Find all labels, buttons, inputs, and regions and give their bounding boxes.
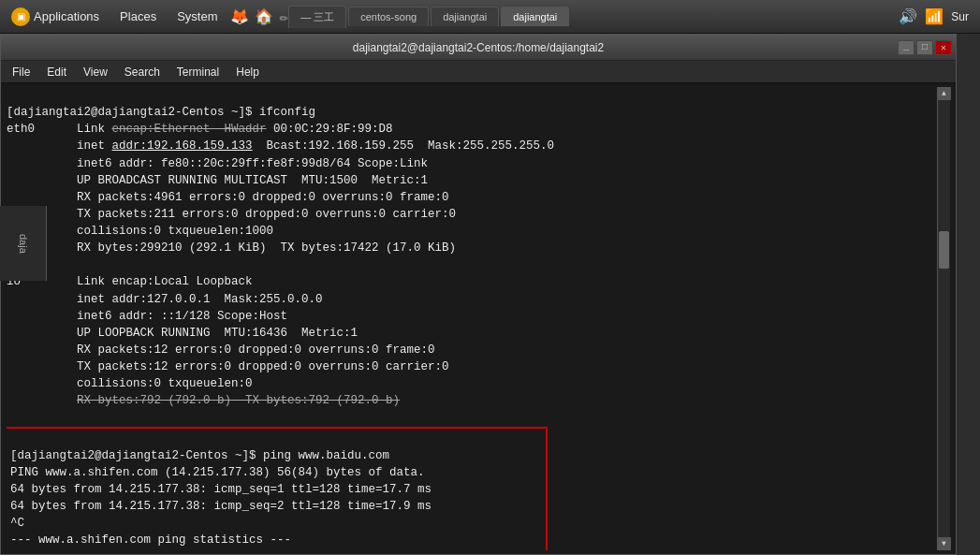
scroll-track[interactable] (938, 100, 950, 537)
lo-bytes: RX bytes:792 (792.0 b) TX bytes:792 (792… (7, 394, 400, 407)
taskbar: ▣ Applications Places System 🦊 🏠 ✏️ — 三工… (0, 0, 980, 34)
system-menu[interactable]: System (169, 7, 225, 25)
menu-edit[interactable]: Edit (39, 64, 74, 80)
menu-help[interactable]: Help (228, 64, 267, 80)
network-icon[interactable]: 📶 (925, 7, 943, 25)
side-panel: daja (0, 206, 47, 281)
lo-up: UP LOOPBACK RUNNING MTU:16436 Metric:1 (7, 327, 358, 340)
window-controls: _ □ ✕ (898, 40, 952, 55)
scroll-thumb[interactable] (939, 231, 949, 269)
taskbar-left: ▣ Applications Places System 🦊 🏠 ✏️ (4, 6, 288, 28)
lo-inet: inet addr:127.0.0.1 Mask:255.0.0.0 (7, 293, 323, 306)
prompt-ifconfig: [dajiangtai2@dajiangtai2-Centos ~]$ ifco… (7, 106, 315, 119)
minimize-button[interactable]: _ (898, 40, 914, 55)
firefox-icon[interactable]: 🦊 (230, 7, 249, 26)
menu-search[interactable]: Search (117, 64, 168, 80)
applications-menu[interactable]: ▣ Applications (4, 6, 107, 28)
menu-file[interactable]: File (5, 64, 37, 80)
ping-stats-header: --- www.a.shifen.com ping statistics --- (10, 533, 291, 547)
close-button[interactable]: ✕ (935, 40, 952, 55)
menu-terminal[interactable]: Terminal (169, 64, 227, 80)
eth0-header: eth0 Link encap:Ethernet HWaddr 00:0C:29… (7, 123, 407, 136)
prompt-ping: [dajiangtai2@dajiangtai2-Centos ~]$ ping… (10, 449, 389, 462)
edit-icon[interactable]: ✏️ (279, 7, 288, 26)
window-titlebar: dajiangtai2@dajiangtai2-Centos:/home/daj… (1, 35, 956, 61)
ping-interrupt: ^C (10, 517, 24, 530)
window-title: dajiangtai2@dajiangtai2-Centos:/home/daj… (353, 41, 604, 54)
eth0-inet6: inet6 addr: fe80::20c:29ff:fe8f:99d8/64 … (7, 157, 428, 170)
tab-dajiangtai-1[interactable]: dajiangtai (431, 7, 499, 26)
lo-coll: collisions:0 txqueuelen:0 (7, 377, 259, 390)
ping-output-1: PING www.a.shifen.com (14.215.177.38) 56… (10, 466, 425, 479)
terminal-content: [dajiangtai2@dajiangtai2-Centos ~]$ ifco… (7, 87, 937, 550)
home-icon[interactable]: 🏠 (255, 7, 273, 26)
lo-inet6: inet6 addr: ::1/128 Scope:Host (7, 310, 287, 323)
lo-rx: RX packets:12 errors:0 dropped:0 overrun… (7, 343, 435, 357)
tab-dajiangtai-2[interactable]: dajiangtai (501, 7, 569, 26)
eth0-bytes: RX bytes:299210 (292.1 KiB) TX bytes:174… (7, 241, 456, 255)
eth0-coll: collisions:0 txqueuelen:1000 (7, 225, 281, 238)
eth0-up: UP BROADCAST RUNNING MULTICAST MTU:1500 … (7, 174, 428, 187)
places-menu[interactable]: Places (112, 7, 164, 25)
menu-view[interactable]: View (76, 64, 115, 80)
side-panel-label: daja (18, 234, 29, 254)
ping-output-3: 64 bytes from 14.215.177.38: icmp_seq=2 … (10, 500, 431, 513)
scroll-down-button[interactable]: ▼ (938, 537, 951, 550)
eth0-rx: RX packets:4961 errors:0 dropped:0 overr… (7, 191, 449, 204)
tab-centos[interactable]: centos-song (348, 7, 429, 26)
tab-bar: — 三工 centos-song dajiangtai dajiangtai (288, 6, 899, 28)
top-right-label: Sur (951, 10, 969, 23)
maximize-button[interactable]: □ (916, 40, 933, 55)
terminal-window: dajiangtai2@dajiangtai2-Centos:/home/daj… (0, 34, 957, 555)
volume-icon[interactable]: 🔊 (899, 7, 917, 25)
system-label: System (177, 9, 217, 23)
tab-0[interactable]: — 三工 (288, 6, 346, 28)
applications-label: Applications (34, 9, 99, 23)
taskbar-right: 🔊 📶 Sur (899, 7, 976, 25)
ping-output-2: 64 bytes from 14.215.177.38: icmp_seq=1 … (10, 483, 431, 496)
eth0-tx: TX packets:211 errors:0 dropped:0 overru… (7, 208, 456, 221)
menubar: File Edit View Search Terminal Help (1, 61, 956, 83)
scroll-up-button[interactable]: ▲ (938, 87, 951, 100)
places-label: Places (120, 9, 156, 23)
applications-icon: ▣ (11, 7, 30, 26)
lo-tx: TX packets:12 errors:0 dropped:0 overrun… (7, 360, 449, 373)
terminal-body[interactable]: [dajiangtai2@dajiangtai2-Centos ~]$ ifco… (1, 83, 956, 554)
highlight-box: [dajiangtai2@dajiangtai2-Centos ~]$ ping… (7, 427, 548, 551)
scrollbar[interactable]: ▲ ▼ (937, 87, 950, 550)
eth0-inet: inet addr:192.168.159.133 Bcast:192.168.… (7, 139, 554, 153)
